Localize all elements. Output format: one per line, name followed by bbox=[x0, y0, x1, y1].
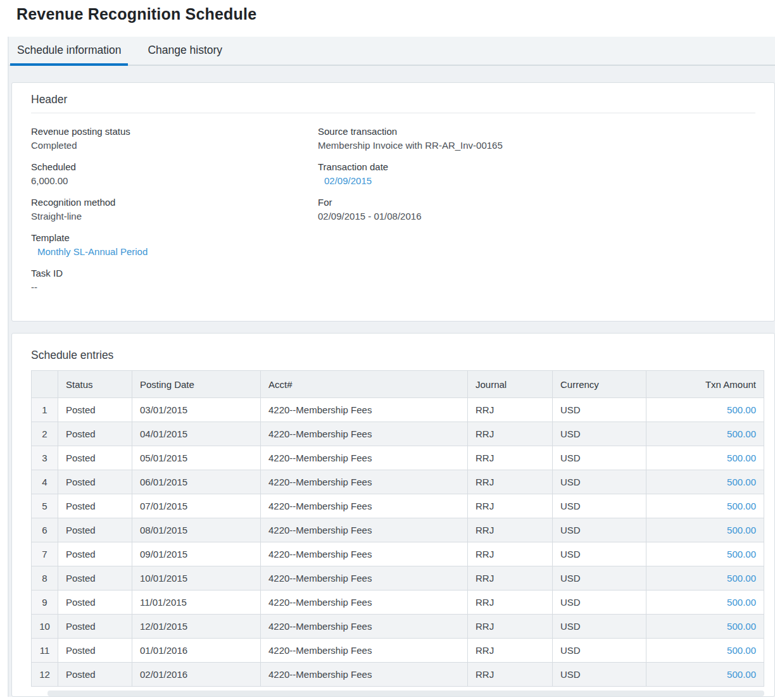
txn-amount-link[interactable]: 500.00 bbox=[727, 597, 756, 608]
template-link[interactable]: Monthly SL-Annual Period bbox=[31, 246, 318, 257]
journal-cell: RRJ bbox=[468, 494, 553, 518]
row-number-cell: 4 bbox=[32, 470, 58, 494]
col-header-posting-date: Posting Date bbox=[132, 371, 261, 398]
acct-cell: 4220--Membership Fees bbox=[261, 615, 468, 639]
status-cell: Posted bbox=[58, 446, 132, 470]
txn-amount-cell: 500.00 bbox=[646, 542, 764, 566]
table-row: 10 Posted 12/01/2015 4220--Membership Fe… bbox=[32, 615, 764, 639]
field-label: Source transaction bbox=[318, 126, 755, 137]
status-cell: Posted bbox=[58, 663, 132, 687]
tab-schedule-information[interactable]: Schedule information bbox=[10, 37, 128, 66]
journal-cell: RRJ bbox=[468, 398, 553, 422]
row-number-cell: 9 bbox=[32, 591, 58, 615]
currency-cell: USD bbox=[553, 566, 646, 591]
currency-cell: USD bbox=[553, 542, 646, 566]
journal-cell: RRJ bbox=[468, 615, 553, 639]
txn-amount-cell: 500.00 bbox=[646, 615, 764, 639]
txn-amount-cell: 500.00 bbox=[646, 422, 764, 446]
txn-amount-link[interactable]: 500.00 bbox=[727, 453, 756, 463]
status-cell: Posted bbox=[58, 566, 132, 591]
field-label: Transaction date bbox=[318, 161, 755, 172]
posting-date-cell: 10/01/2015 bbox=[132, 566, 261, 591]
txn-amount-link[interactable]: 500.00 bbox=[727, 428, 756, 439]
row-number-cell: 6 bbox=[32, 518, 58, 542]
header-card: Header Revenue posting status Completed … bbox=[11, 82, 775, 322]
schedule-entries-table-wrap: Status Posting Date Acct# Journal Curren… bbox=[12, 370, 774, 696]
col-header-journal: Journal bbox=[468, 371, 553, 398]
tab-label: Change history bbox=[148, 44, 222, 57]
journal-cell: RRJ bbox=[468, 422, 553, 446]
schedule-entries-body: 1 Posted 03/01/2015 4220--Membership Fee… bbox=[32, 398, 764, 687]
posting-date-cell: 07/01/2015 bbox=[132, 494, 261, 518]
table-row: 2 Posted 04/01/2015 4220--Membership Fee… bbox=[32, 422, 764, 446]
acct-cell: 4220--Membership Fees bbox=[261, 446, 468, 470]
txn-amount-cell: 500.00 bbox=[646, 518, 764, 542]
journal-cell: RRJ bbox=[468, 639, 553, 663]
status-cell: Posted bbox=[58, 542, 132, 566]
field-label: Scheduled bbox=[31, 161, 318, 172]
row-number-cell: 7 bbox=[32, 542, 58, 566]
currency-cell: USD bbox=[553, 518, 646, 542]
acct-cell: 4220--Membership Fees bbox=[261, 398, 468, 422]
status-cell: Posted bbox=[58, 615, 132, 639]
txn-amount-link[interactable]: 500.00 bbox=[727, 645, 756, 656]
field-for-period: For 02/09/2015 - 01/08/2016 bbox=[318, 197, 755, 222]
journal-cell: RRJ bbox=[468, 446, 553, 470]
currency-cell: USD bbox=[553, 422, 646, 446]
currency-cell: USD bbox=[553, 446, 646, 470]
txn-amount-cell: 500.00 bbox=[646, 398, 764, 422]
txn-amount-cell: 500.00 bbox=[646, 663, 764, 687]
table-row: 6 Posted 08/01/2015 4220--Membership Fee… bbox=[32, 518, 764, 542]
acct-cell: 4220--Membership Fees bbox=[261, 591, 468, 615]
journal-cell: RRJ bbox=[468, 542, 553, 566]
posting-date-cell: 11/01/2015 bbox=[132, 591, 261, 615]
field-label: Recognition method bbox=[31, 197, 318, 208]
row-number-cell: 12 bbox=[32, 663, 58, 687]
txn-amount-cell: 500.00 bbox=[646, 470, 764, 494]
txn-amount-link[interactable]: 500.00 bbox=[727, 669, 756, 680]
txn-amount-link[interactable]: 500.00 bbox=[727, 404, 756, 415]
txn-amount-link[interactable]: 500.00 bbox=[727, 573, 756, 584]
col-header-status: Status bbox=[58, 371, 132, 398]
horizontal-scrollbar[interactable] bbox=[47, 691, 764, 696]
row-number-cell: 5 bbox=[32, 494, 58, 518]
currency-cell: USD bbox=[553, 494, 646, 518]
schedule-entries-card: Schedule entries Status Posting Date Acc… bbox=[11, 333, 775, 697]
field-label: Template bbox=[31, 232, 318, 243]
content-shell: Schedule information Change history Head… bbox=[8, 37, 775, 697]
row-number-cell: 2 bbox=[32, 422, 58, 446]
txn-amount-link[interactable]: 500.00 bbox=[727, 477, 756, 487]
txn-amount-link[interactable]: 500.00 bbox=[727, 501, 756, 511]
row-number-cell: 8 bbox=[32, 566, 58, 591]
field-value: Completed bbox=[31, 140, 318, 151]
txn-amount-link[interactable]: 500.00 bbox=[727, 549, 756, 559]
currency-cell: USD bbox=[553, 663, 646, 687]
txn-amount-cell: 500.00 bbox=[646, 494, 764, 518]
header-fields: Revenue posting status Completed Schedul… bbox=[31, 126, 755, 303]
field-recognition-method: Recognition method Straight-line bbox=[31, 197, 318, 222]
currency-cell: USD bbox=[553, 615, 646, 639]
posting-date-cell: 09/01/2015 bbox=[132, 542, 261, 566]
table-row: 11 Posted 01/01/2016 4220--Membership Fe… bbox=[32, 639, 764, 663]
field-task-id: Task ID -- bbox=[31, 268, 318, 292]
transaction-date-link[interactable]: 02/09/2015 bbox=[318, 175, 755, 186]
acct-cell: 4220--Membership Fees bbox=[261, 494, 468, 518]
status-cell: Posted bbox=[58, 591, 132, 615]
table-row: 5 Posted 07/01/2015 4220--Membership Fee… bbox=[32, 494, 764, 518]
txn-amount-cell: 500.00 bbox=[646, 446, 764, 470]
currency-cell: USD bbox=[553, 470, 646, 494]
table-row: 12 Posted 02/01/2016 4220--Membership Fe… bbox=[32, 663, 764, 687]
col-header-currency: Currency bbox=[553, 371, 646, 398]
txn-amount-link[interactable]: 500.00 bbox=[727, 621, 756, 632]
table-row: 7 Posted 09/01/2015 4220--Membership Fee… bbox=[32, 542, 764, 566]
field-revenue-posting-status: Revenue posting status Completed bbox=[31, 126, 318, 151]
posting-date-cell: 01/01/2016 bbox=[132, 639, 261, 663]
field-value: Straight-line bbox=[31, 211, 318, 222]
schedule-entries-table: Status Posting Date Acct# Journal Curren… bbox=[31, 370, 764, 687]
journal-cell: RRJ bbox=[468, 591, 553, 615]
acct-cell: 4220--Membership Fees bbox=[261, 470, 468, 494]
txn-amount-link[interactable]: 500.00 bbox=[727, 525, 756, 535]
tab-change-history[interactable]: Change history bbox=[141, 37, 229, 66]
field-label: For bbox=[318, 197, 755, 208]
journal-cell: RRJ bbox=[468, 518, 553, 542]
